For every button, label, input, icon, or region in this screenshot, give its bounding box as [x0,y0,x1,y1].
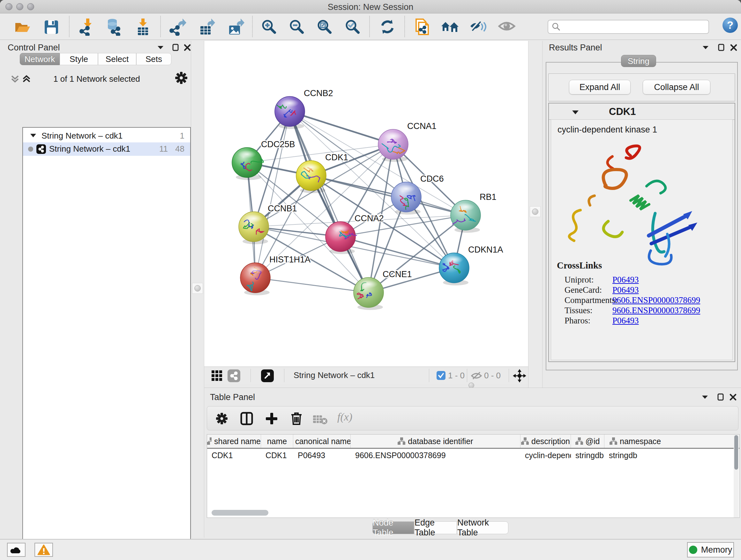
memory-button[interactable]: Memory [687,542,734,557]
table-panel-float-icon[interactable] [717,393,726,401]
cell-name[interactable]: CDK1 [261,449,293,462]
export-table-icon[interactable] [198,18,216,36]
crosslink-uniprot-link[interactable]: P06493 [612,275,639,285]
table-panel-close-icon[interactable] [729,393,738,401]
column-header-canonical-name[interactable]: canonical name [293,435,351,448]
function-builder-icon[interactable]: f(x) [337,411,352,423]
network-edge-HIST1H1A-CCNE1[interactable] [255,278,368,293]
results-panel-float-icon[interactable] [718,44,727,52]
delete-table-icon[interactable] [313,414,328,425]
network-edge-CCNA2-CDKN1A[interactable] [340,237,454,268]
left-splitter[interactable] [191,41,204,538]
import-table-icon[interactable] [134,18,152,36]
network-node-CDK1[interactable]: CDK1 [296,152,348,193]
add-column-icon[interactable] [265,412,279,426]
network-node-RB1[interactable]: RB1 [451,192,496,233]
network-edge-CCNB2-CCNA1[interactable] [290,111,393,144]
grid-view-icon[interactable] [211,370,223,382]
results-panel-close-icon[interactable] [730,44,739,52]
crosslink-genecard-link[interactable]: P06493 [612,285,639,295]
collection-expander-icon[interactable] [29,132,37,139]
export-image-icon[interactable] [226,18,245,36]
cell-shared-name[interactable]: CDK1 [207,449,261,462]
right-splitter-handle[interactable] [530,206,541,217]
control-panel-collapse-icon[interactable] [156,44,166,52]
column-header-description[interactable]: description [521,435,571,448]
table-panel-collapse-icon[interactable] [701,393,711,401]
network-node-CCNB1[interactable]: CCNB1 [239,204,297,244]
left-splitter-handle[interactable] [192,283,203,294]
crosslink-tissues-link[interactable]: 9606.ENSP00000378699 [612,306,700,315]
right-splitter[interactable] [528,41,542,388]
crosslink-pharos-link[interactable]: P06493 [612,316,639,326]
selected-checkbox-icon[interactable] [436,371,446,380]
gene-card-expander-icon[interactable] [571,109,580,116]
cell-description[interactable]: cyclin-dependent ... [521,449,571,462]
cell-database-identifier[interactable]: 9606.ENSP00000378699 [351,449,521,462]
network-node-CCNA1[interactable]: CCNA1 [378,121,436,162]
hidden-eye-icon[interactable] [471,371,482,381]
zoom-fit-icon[interactable] [316,18,333,36]
refresh-icon[interactable] [379,18,396,36]
crosslink-compartments-link[interactable]: 9606.ENSP00000378699 [612,295,700,305]
table-vertical-scrollbar-thumb[interactable] [734,435,738,470]
network-node-CDKN1A[interactable]: CDKN1A [439,245,503,286]
cell-canonical-name[interactable]: P06493 [293,449,351,462]
network-node-CDC25B[interactable]: CDC25B [232,139,295,180]
tab-edge-table[interactable]: Edge Table [414,521,457,534]
tab-network[interactable]: Network [20,53,60,65]
zoom-in-icon[interactable] [260,18,278,36]
tab-style[interactable]: Style [60,53,98,65]
expand-all-button[interactable]: Expand All [569,80,630,95]
network-node-CCNE1[interactable]: CCNE1 [354,269,412,310]
tab-sets[interactable]: Sets [136,53,172,65]
network-node-HIST1H1A[interactable]: HIST1H1A [240,255,311,295]
table-settings-gear-icon[interactable] [215,412,228,425]
network-options-gear-icon[interactable] [175,71,188,84]
zoom-selected-icon[interactable] [344,18,361,36]
share-document-icon[interactable] [414,18,431,36]
open-session-icon[interactable] [13,18,30,36]
detach-view-icon[interactable] [261,369,274,382]
network-row-selected[interactable]: String Network – cdk1 11 48 [23,142,190,156]
import-network-icon[interactable] [78,18,96,36]
cell-namespace[interactable]: stringdb [604,449,734,462]
network-node-CDC6[interactable]: CDC6 [391,174,444,214]
tab-select[interactable]: Select [98,53,136,65]
save-session-icon[interactable] [42,18,60,36]
network-edge-CCNB2-CCNE1[interactable] [290,111,368,293]
collapse-all-button[interactable]: Collapse All [643,80,711,95]
delete-column-trash-icon[interactable] [289,411,304,426]
hide-selection-eye-icon[interactable] [470,18,488,36]
warning-status-button[interactable] [35,543,53,557]
home-icon[interactable] [441,18,459,36]
show-columns-icon[interactable] [240,412,254,426]
column-header-id[interactable]: @id [571,435,604,448]
table-horizontal-scrollbar-thumb[interactable] [212,510,268,516]
show-all-eye-icon[interactable] [498,18,516,36]
table-row[interactable]: CDK1 CDK1 P06493 9606.ENSP00000378699 cy… [207,449,739,462]
tab-network-table[interactable]: Network Table [457,521,509,534]
column-header-shared-name[interactable]: shared name [207,435,261,448]
tab-node-table[interactable]: Node Table [373,521,414,534]
table-vertical-scrollbar[interactable] [734,435,739,517]
results-panel-collapse-icon[interactable] [701,44,711,52]
network-edge-CCNB2-HIST1H1A[interactable] [255,111,290,278]
column-header-name[interactable]: name [261,435,293,448]
import-database-icon[interactable] [105,18,123,36]
cell-id[interactable]: stringdb:9... [571,449,604,462]
zoom-out-icon[interactable] [288,18,306,36]
network-view-mode-icon[interactable] [227,369,240,382]
control-panel-float-icon[interactable] [172,44,181,52]
network-canvas[interactable]: CCNB2CCNA1CDC25BCDK1CDC6RB1CCNB1CCNA2CDK… [204,41,528,367]
column-header-database-identifier[interactable]: database identifier [351,435,521,448]
search-input[interactable] [561,21,705,33]
network-collection-row[interactable]: String Network – cdk1 1 [23,130,190,142]
tab-string[interactable]: String [621,55,656,67]
cloud-status-button[interactable] [7,543,25,557]
export-network-icon[interactable] [169,18,186,36]
horizontal-splitter[interactable] [204,384,528,388]
birdseye-navigator-icon[interactable] [513,369,527,383]
help-button[interactable]: ? [723,17,738,33]
column-header-namespace[interactable]: namespace [604,435,734,448]
